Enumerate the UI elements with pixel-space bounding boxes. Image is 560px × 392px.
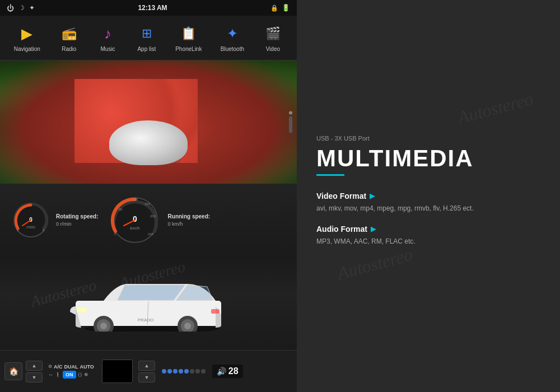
- svg-text:200: 200: [150, 214, 156, 218]
- rear-heat-icon: ⟨⟩: [78, 372, 82, 377]
- phonelink-icon: 📋: [179, 24, 199, 44]
- rpm-gauge-label: Rotating speed: 0 r/min: [56, 213, 99, 228]
- nav-label-phonelink: PhoneLink: [175, 46, 202, 52]
- battery-icon: 🔋: [282, 4, 290, 12]
- ac-top-row: ⚙ A/C DUAL AUTO: [48, 364, 94, 370]
- video-format-heading: Video Format ▶: [316, 192, 540, 200]
- dot-3: [173, 369, 178, 374]
- moon-icon: ☽: [18, 4, 25, 12]
- lock-icon: 🔒: [270, 4, 278, 12]
- video-format-text: avi, mkv, mov, mp4, mpeg, mpg, rmvb, flv…: [316, 203, 540, 214]
- ac-controls: ⚙ A/C DUAL AUTO ↔ 🚶 ON ⟨⟩ ❄: [48, 364, 94, 379]
- svg-rect-25: [211, 309, 220, 314]
- audio-arrow-icon: ▶: [371, 225, 376, 233]
- status-icons-left: ⏻ ☽ ✦: [7, 4, 35, 12]
- nav-item-radio[interactable]: 📻 Radio: [59, 24, 79, 52]
- dot-4: [179, 369, 183, 374]
- svg-text:PRADO: PRADO: [138, 318, 153, 323]
- dot-5: [184, 369, 189, 374]
- svg-text:120: 120: [132, 198, 138, 201]
- page-title: MULTIMEDIA: [316, 145, 540, 172]
- watermark-right-1: Autostereo: [455, 88, 535, 128]
- climate-bar: 🏠 ▲ ▼ ⚙ A/C DUAL AUTO ↔ 🚶 ON ⟨⟩ ❄: [0, 350, 297, 392]
- music-icon: ♪: [98, 24, 118, 44]
- temp-down-right[interactable]: ▼: [138, 372, 155, 382]
- nav-item-phonelink[interactable]: 📋 PhoneLink: [175, 24, 202, 52]
- radio-icon: 📻: [59, 24, 79, 44]
- audio-format-heading: Audio Format ▶: [316, 225, 540, 234]
- temp-down-left[interactable]: ▼: [26, 372, 43, 382]
- car-section: Autostereo Autostereo: [0, 256, 297, 350]
- svg-text:80: 80: [119, 208, 123, 211]
- temp-control-right: ▲ ▼: [138, 361, 155, 382]
- temp-control-left: ▲ ▼: [26, 361, 43, 382]
- svg-point-23: [184, 323, 191, 329]
- audio-format-text: MP3, WMA, AAC, RM, FLAC etc.: [316, 236, 540, 247]
- power-icon: ⏻: [7, 4, 14, 12]
- nav-item-video[interactable]: 🎬 Video: [263, 24, 283, 52]
- nav-label-music: Music: [100, 46, 115, 52]
- scroll-indicator: [289, 111, 292, 133]
- watermark-right-2: Autostereo: [335, 244, 414, 284]
- temp-up-left[interactable]: ▲: [26, 361, 43, 371]
- nav-item-applist[interactable]: ⊞ App list: [137, 24, 157, 52]
- svg-text:240: 240: [148, 232, 154, 236]
- video-arrow-icon: ▶: [370, 192, 375, 200]
- status-bar: ⏻ ☽ ✦ 12:13 AM 🔒 🔋: [0, 0, 297, 16]
- svg-text:r/min: r/min: [26, 225, 35, 229]
- nav-label-applist: App list: [137, 46, 156, 52]
- device-screen: ⏻ ☽ ✦ 12:13 AM 🔒 🔋 ▶ Navigation 📻 Radio …: [0, 0, 297, 392]
- brightness-icon: ✦: [29, 4, 35, 12]
- media-display: [0, 60, 297, 184]
- ac-label: A/C: [54, 364, 63, 370]
- progress-dots: [162, 369, 206, 374]
- volume-display: 🔊 28: [212, 365, 243, 378]
- nav-bar: ▶ Navigation 📻 Radio ♪ Music ⊞ App list …: [0, 16, 297, 60]
- dot-2: [167, 369, 172, 374]
- temp-up-right[interactable]: ▲: [138, 361, 155, 371]
- ac-bottom-row: ↔ 🚶 ON ⟨⟩ ❄: [48, 371, 94, 379]
- speed-gauge: 0 80 120 160 200 240 0 km/h: [110, 195, 160, 245]
- home-button[interactable]: 🏠: [4, 362, 22, 380]
- video-icon: 🎬: [263, 24, 283, 44]
- usb-label: USB - 3X USB Port: [316, 135, 540, 142]
- nav-label-bluetooth: Bluetooth: [221, 46, 244, 52]
- svg-point-20: [100, 323, 107, 329]
- dot-8: [201, 369, 206, 374]
- dots-indicator: [162, 369, 206, 374]
- bowl-image: [109, 120, 188, 165]
- volume-number: 28: [228, 366, 239, 376]
- clock: 12:13 AM: [138, 4, 167, 12]
- dot-7: [195, 369, 200, 374]
- applist-icon: ⊞: [137, 24, 157, 44]
- gauges-section: 0 r/min 0 6 Rotating speed: 0 r/min 0 80: [0, 184, 297, 256]
- volume-icon: 🔊: [217, 367, 226, 376]
- status-icons-right: 🔒 🔋: [270, 4, 290, 12]
- bluetooth-icon: ✦: [222, 24, 242, 44]
- nav-item-bluetooth[interactable]: ✦ Bluetooth: [221, 24, 244, 52]
- navigation-icon: ▶: [17, 24, 37, 44]
- dual-label: DUAL: [64, 364, 78, 370]
- audio-format-section: Audio Format ▶ MP3, WMA, AAC, RM, FLAC e…: [316, 225, 540, 247]
- fan-icon: ⚙: [48, 364, 52, 370]
- car-image: PRADO: [64, 276, 232, 332]
- svg-rect-24: [77, 308, 87, 312]
- nav-label-video: Video: [266, 46, 280, 52]
- nav-item-music[interactable]: ♪ Music: [98, 24, 118, 52]
- rpm-gauge: 0 r/min 0 6: [11, 200, 50, 240]
- dot-6: [190, 369, 194, 374]
- defrost-icon: ❄: [84, 372, 88, 377]
- auto-label: AUTO: [80, 364, 94, 370]
- nav-label-radio: Radio: [62, 46, 76, 52]
- ac-on-button[interactable]: ON: [63, 371, 76, 379]
- airflow-icon: ↔: [48, 372, 53, 377]
- nav-label-navigation: Navigation: [14, 46, 40, 52]
- dot-1: [162, 369, 166, 374]
- svg-text:km/h: km/h: [130, 226, 139, 231]
- svg-text:0: 0: [133, 214, 137, 223]
- display-screen: [102, 360, 133, 383]
- speed-gauge-label: Running speed: 0 km/h: [168, 213, 211, 228]
- nav-item-navigation[interactable]: ▶ Navigation: [14, 24, 40, 52]
- recirculate-icon: 🚶: [55, 372, 61, 377]
- title-underline: [316, 174, 344, 176]
